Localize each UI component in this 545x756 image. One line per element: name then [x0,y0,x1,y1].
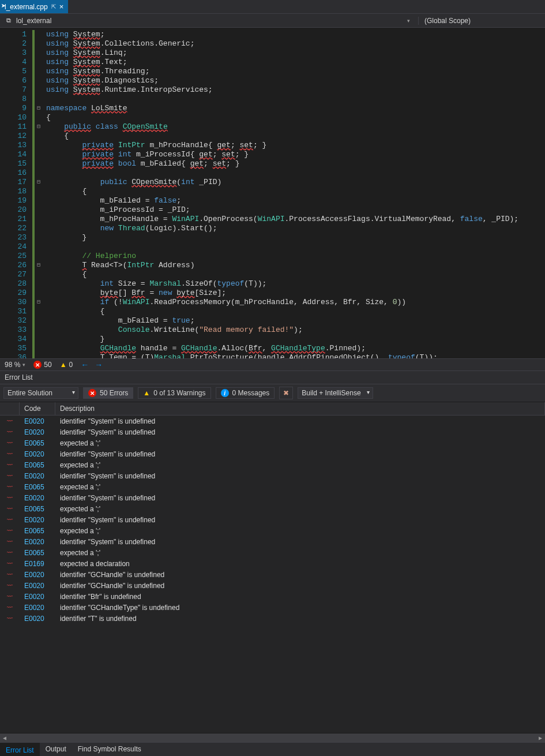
error-icon: ✕ [88,389,96,397]
table-row[interactable]: 〰E0065expected a ';' [0,547,545,558]
tab-error-list[interactable]: Error List [0,743,40,756]
error-row-icon: 〰 [0,560,20,567]
error-list-title: Error List [0,371,545,384]
table-row[interactable]: 〰E0020identifier "System" is undefined [0,448,545,459]
error-row-icon: 〰 [0,582,20,589]
error-row-icon: 〰 [0,615,20,622]
line-number-gutter: 1234567891011121314151617181920212223242… [0,28,32,358]
error-description: expected a ';' [55,461,545,469]
tab-find-symbol[interactable]: Find Symbol Results [72,743,147,756]
table-row[interactable]: 〰E0065expected a ';' [0,503,545,514]
table-row[interactable]: 〰E0020identifier "GCHandleType" is undef… [0,602,545,613]
table-row[interactable]: 〰E0020identifier "System" is undefined [0,492,545,503]
col-description[interactable]: Description [55,402,545,415]
error-code: E0065 [20,483,55,491]
error-list-table[interactable]: Code Description 〰E0020identifier "Syste… [0,402,545,733]
zoom-combo[interactable]: 98 % ▾ [5,361,25,369]
error-code: E0065 [20,549,55,557]
code-content[interactable]: using System;using System.Collections.Ge… [43,28,545,358]
editor-status-bar: 98 % ▾ ✕ 50 ▲ 0 ← → [0,358,545,371]
table-row[interactable]: 〰E0020identifier "System" is undefined [0,426,545,437]
tab-output[interactable]: Output [40,743,72,756]
file-tab[interactable]: l_external.cpp ⇱ × [0,0,68,13]
warnings-filter-button[interactable]: ▲ 0 of 13 Warnings [138,387,211,399]
error-icon: ✕ [33,361,42,369]
table-row[interactable]: 〰E0020identifier "System" is undefined [0,536,545,547]
warning-count[interactable]: ▲ 0 [60,361,73,369]
table-row[interactable]: 〰E0020identifier "Bfr" is undefined [0,591,545,602]
error-row-icon: 〰 [0,429,20,435]
error-code: E0020 [20,582,55,590]
info-icon: i [221,389,229,397]
error-description: identifier "System" is undefined [55,472,545,480]
nav-forward-icon[interactable]: → [95,360,103,369]
error-code: E0020 [20,472,55,480]
table-row[interactable]: 〰E0020identifier "T" is undefined [0,613,545,624]
navigation-bar: ⧉ lol_external ▾ (Global Scope) [0,14,545,28]
table-row[interactable]: 〰E0020identifier "GCHandle" is undefined [0,580,545,591]
scroll-right-icon[interactable]: ▶ [536,733,545,743]
chevron-down-icon: ▾ [22,362,25,368]
pin-icon[interactable]: ⇱ [51,3,56,10]
document-tab-bar: l_external.cpp ⇱ × [0,0,545,14]
error-count[interactable]: ✕ 50 [33,361,51,369]
table-row[interactable]: 〰E0020identifier "System" is undefined [0,470,545,481]
error-row-icon: 〰 [0,604,20,611]
horizontal-scrollbar[interactable]: ◀ ▶ [0,733,545,742]
error-code: E0020 [20,516,55,524]
code-editor[interactable]: 1234567891011121314151617181920212223242… [0,28,545,358]
table-row[interactable]: 〰E0065expected a ';' [0,459,545,470]
clear-filter-button[interactable]: ✖ [279,387,293,399]
error-description: expected a ';' [55,527,545,535]
table-row[interactable]: 〰E0020identifier "System" is undefined [0,416,545,426]
error-description: identifier "System" is undefined [55,417,545,425]
scroll-left-icon[interactable]: ◀ [0,733,9,743]
error-description: identifier "GCHandle" is undefined [55,582,545,590]
error-row-icon: 〰 [0,571,20,578]
error-description: identifier "System" is undefined [55,450,545,458]
errors-filter-button[interactable]: ✕ 50 Errors [83,387,133,399]
error-row-icon: 〰 [0,517,20,523]
error-row-icon: 〰 [0,593,20,600]
error-row-icon: 〰 [0,484,20,490]
outlining-margin[interactable]: ⊟⊟⊟⊟⊟⊟ [35,28,43,358]
table-row[interactable]: 〰E0020identifier "System" is undefined [0,514,545,525]
error-row-icon: 〰 [0,440,20,446]
chevron-down-icon: ▾ [407,18,410,24]
error-row-icon: 〰 [0,506,20,512]
messages-filter-button[interactable]: i 0 Messages [216,387,275,399]
error-code: E0169 [20,560,55,568]
solution-scope-combo[interactable]: Entire Solution [3,387,78,399]
error-description: expected a declaration [55,560,545,568]
error-description: identifier "Bfr" is undefined [55,593,545,601]
error-row-icon: 〰 [0,527,20,534]
error-code: E0020 [20,593,55,601]
scope-combo[interactable]: (Global Scope) [418,17,545,25]
col-icon[interactable] [0,402,20,415]
error-code: E0020 [20,615,55,623]
table-row[interactable]: 〰E0065expected a ';' [0,525,545,536]
table-row[interactable]: 〰E0169expected a declaration [0,558,545,569]
table-row[interactable]: 〰E0065expected a ';' [0,437,545,448]
error-code: E0065 [20,461,55,469]
col-code[interactable]: Code [20,402,55,415]
table-row[interactable]: 〰E0065expected a ';' [0,481,545,492]
error-description: identifier "System" is undefined [55,494,545,502]
error-description: expected a ';' [55,439,545,447]
project-icon: ⧉ [5,17,13,25]
nav-back-icon[interactable]: ← [81,360,89,369]
error-row-icon: 〰 [0,495,20,501]
table-row[interactable]: 〰E0020identifier "GCHandle" is undefined [0,569,545,580]
warning-icon: ▲ [60,361,67,369]
error-description: identifier "System" is undefined [55,538,545,546]
error-description: expected a ';' [55,483,545,491]
error-code: E0065 [20,505,55,513]
warning-icon: ▲ [143,389,150,397]
error-row-icon: 〰 [0,473,20,479]
project-combo[interactable]: lol_external ▾ [16,17,414,25]
file-tab-label: l_external.cpp [5,3,48,11]
project-name: lol_external [16,17,51,25]
error-description: expected a ';' [55,505,545,513]
close-icon[interactable]: × [59,2,64,11]
build-intellisense-combo[interactable]: Build + IntelliSense [298,387,373,399]
